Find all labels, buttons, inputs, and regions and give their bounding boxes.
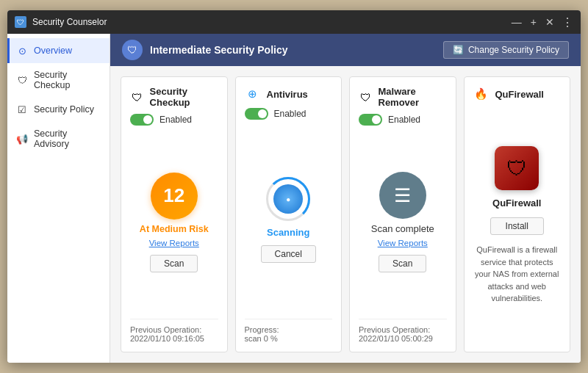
malware-footer-label: Previous Operation: (359, 325, 447, 334)
qufirewall-body: 🛡 QuFirewall Install QuFirewall is a fir… (473, 108, 562, 343)
sidebar-label-security-policy: Security Policy (34, 104, 94, 115)
window-title: Security Counselor (32, 17, 107, 27)
malware-remover-header: 🛡 Malware Remover (359, 86, 447, 108)
malware-toggle[interactable] (359, 114, 382, 126)
titlebar: 🛡 Security Counselor — + ✕ ⋮ (7, 10, 581, 34)
security-checkup-header: 🛡 Security Checkup (130, 86, 218, 108)
main-window: 🛡 Security Counselor — + ✕ ⋮ ⊙ Overview … (7, 10, 581, 363)
security-checkup-footer-date: 2022/01/10 09:16:05 (130, 334, 218, 343)
sidebar-item-security-checkup[interactable]: 🛡 Security Checkup (7, 63, 110, 97)
security-checkup-view-reports[interactable]: View Reports (149, 239, 199, 247)
cards-container: 🛡 Security Checkup Enabled 12 At Medium … (110, 66, 581, 363)
antivirus-footer-value: scan 0 % (245, 334, 333, 343)
security-checkup-footer: Previous Operation: 2022/01/10 09:16:05 (130, 319, 218, 343)
antivirus-card-icon: ⊕ (245, 86, 261, 102)
security-checkup-card-icon: 🛡 (130, 89, 144, 105)
menu-icon[interactable]: ⋮ (562, 15, 573, 29)
antivirus-footer: Progress: scan 0 % (245, 319, 333, 343)
policy-title: Intermediate Security Policy (150, 44, 288, 56)
security-checkup-card: 🛡 Security Checkup Enabled 12 At Medium … (121, 76, 228, 352)
scanning-visual: ● (265, 175, 312, 222)
qufirewall-card: 🔥 QuFirewall 🛡 QuFirewall Install QuFire… (464, 76, 571, 352)
security-checkup-title: Security Checkup (150, 86, 218, 108)
security-checkup-body: 12 At Medium Risk View Reports Scan (130, 133, 218, 311)
malware-footer-date: 2022/01/10 05:00:29 (359, 334, 447, 343)
security-checkup-scan-button[interactable]: Scan (150, 255, 198, 272)
malware-body: ☰ Scan complete View Reports Scan (359, 133, 447, 311)
malware-footer: Previous Operation: 2022/01/10 05:00:29 (359, 319, 447, 343)
content-area: 🛡 Intermediate Security Policy 🔄 Change … (110, 34, 581, 363)
scan-complete-label: Scan complete (371, 223, 434, 234)
antivirus-toggle-row: Enabled (245, 108, 333, 120)
risk-number: 12 (163, 184, 184, 207)
titlebar-left: 🛡 Security Counselor (15, 16, 107, 28)
antivirus-toggle[interactable] (245, 108, 268, 120)
malware-remover-title: Malware Remover (379, 86, 447, 108)
change-policy-button[interactable]: 🔄 Change Security Policy (443, 41, 569, 59)
malware-scan-button[interactable]: Scan (379, 255, 426, 272)
antivirus-header: ⊕ Antivirus (245, 86, 333, 102)
malware-view-reports[interactable]: View Reports (378, 239, 428, 247)
scanning-arc (266, 177, 310, 221)
close-button[interactable]: ✕ (544, 17, 556, 27)
antivirus-body: ● Scanning Cancel (245, 127, 333, 311)
qufirewall-install-button[interactable]: Install (490, 217, 544, 235)
qufirewall-card-icon: 🔥 (473, 86, 490, 102)
malware-card-icon: 🛡 (359, 89, 373, 105)
security-checkup-enabled-label: Enabled (159, 115, 192, 125)
main-content: ⊙ Overview 🛡 Security Checkup ☑ Security… (7, 34, 581, 363)
sidebar-label-security-advisory: Security Advisory (34, 128, 101, 149)
security-checkup-toggle[interactable] (130, 114, 154, 126)
malware-toggle-row: Enabled (359, 114, 447, 126)
malware-remover-card: 🛡 Malware Remover Enabled ☰ Scan complet… (349, 76, 456, 352)
app-icon: 🛡 (15, 16, 26, 28)
security-advisory-icon: 📢 (16, 133, 28, 145)
antivirus-enabled-label: Enabled (274, 109, 306, 119)
security-checkup-icon: 🛡 (16, 74, 28, 86)
change-policy-icon: 🔄 (453, 45, 464, 55)
antivirus-footer-label: Progress: (245, 325, 333, 334)
change-policy-label: Change Security Policy (468, 45, 559, 55)
antivirus-cancel-button[interactable]: Cancel (261, 245, 316, 263)
antivirus-card: ⊕ Antivirus Enabled ● Scanning (235, 76, 343, 352)
sidebar-item-overview[interactable]: ⊙ Overview (7, 38, 110, 63)
maximize-button[interactable]: + (529, 17, 538, 27)
qufirewall-header: 🔥 QuFirewall (473, 86, 562, 102)
sidebar-label-overview: Overview (34, 46, 72, 56)
security-policy-icon: ☑ (16, 104, 28, 115)
qufirewall-logo: 🛡 (495, 146, 539, 190)
qufirewall-title: QuFirewall (495, 89, 544, 100)
sidebar: ⊙ Overview 🛡 Security Checkup ☑ Security… (7, 34, 110, 363)
sidebar-item-security-advisory[interactable]: 📢 Security Advisory (7, 122, 110, 156)
minimize-button[interactable]: — (510, 17, 523, 27)
policy-banner: 🛡 Intermediate Security Policy 🔄 Change … (110, 34, 581, 66)
sidebar-label-security-checkup: Security Checkup (34, 70, 101, 90)
policy-shield-icon: 🛡 (122, 40, 143, 60)
security-checkup-footer-label: Previous Operation: (130, 325, 218, 334)
policy-banner-left: 🛡 Intermediate Security Policy (122, 40, 288, 60)
overview-icon: ⊙ (16, 45, 28, 57)
risk-number-circle: 12 (151, 173, 198, 220)
sidebar-item-security-policy[interactable]: ☑ Security Policy (7, 97, 110, 122)
scanning-label: Scanning (267, 227, 310, 238)
qufirewall-description: QuFirewall is a firewall service that pr… (473, 244, 562, 305)
antivirus-title: Antivirus (267, 89, 308, 100)
malware-enabled-label: Enabled (388, 115, 420, 125)
scan-complete-visual: ☰ (379, 172, 426, 219)
window-controls: — + ✕ ⋮ (510, 15, 573, 29)
qufirewall-name: QuFirewall (492, 198, 541, 209)
risk-label: At Medium Risk (140, 224, 209, 234)
security-checkup-toggle-row: Enabled (130, 114, 218, 126)
